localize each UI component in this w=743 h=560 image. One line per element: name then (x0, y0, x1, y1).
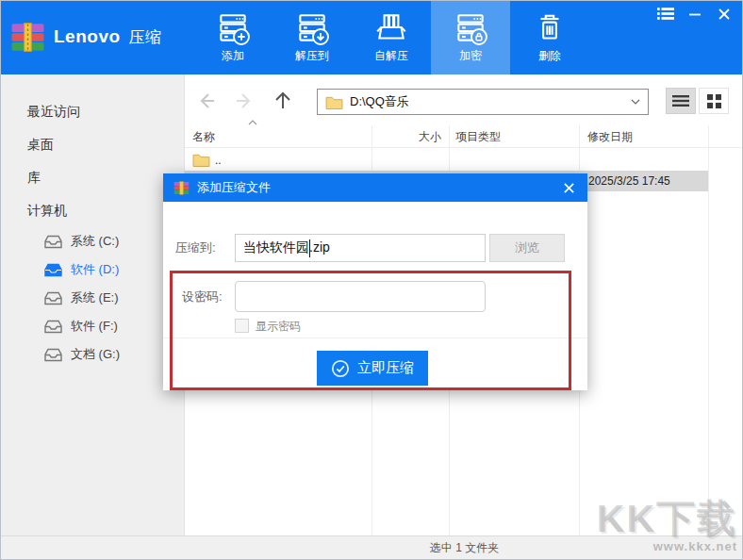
toolbar-sfx-label: 自解压 (374, 48, 408, 64)
encrypt-icon (453, 10, 488, 46)
check-circle-icon (331, 359, 350, 378)
drive-d-label: 软件 (D:) (71, 261, 119, 278)
show-password-label: 显示密码 (256, 319, 301, 334)
drive-icon (44, 348, 62, 362)
app-name: 压缩 (129, 28, 162, 46)
parent-folder-row[interactable]: .. (185, 150, 708, 171)
browse-button[interactable]: 浏览 (489, 234, 565, 262)
self-extract-icon (373, 10, 409, 46)
sidebar-computer-label: 计算机 (27, 203, 67, 218)
sidebar-drive-f[interactable]: 软件 (F:) (1, 312, 184, 340)
dialog-close-button[interactable] (560, 179, 577, 196)
app-title: Lenovo压缩 (54, 26, 162, 48)
sidebar-drive-c[interactable]: 系统 (C:) (1, 227, 184, 255)
compress-now-button[interactable]: 立即压缩 (317, 351, 428, 386)
extract-to-icon (294, 10, 330, 46)
sidebar-item-computer[interactable]: 计算机 (1, 194, 184, 227)
text-caret (309, 239, 310, 257)
back-button[interactable] (196, 90, 221, 112)
dialog-app-icon (173, 181, 190, 195)
add-archive-icon (215, 10, 251, 46)
folder-icon (325, 95, 343, 109)
toolbar-add-button[interactable]: 添加 (193, 1, 272, 74)
parent-folder-label: .. (215, 154, 222, 167)
dialog-title-bar: 添加压缩文件 (163, 173, 587, 202)
list-view-button[interactable] (666, 88, 696, 114)
drive-g-label: 文档 (G:) (71, 346, 120, 363)
drive-c-label: 系统 (C:) (71, 233, 119, 250)
status-bar: 选中 1 文件夹 (1, 535, 742, 560)
show-password-checkbox[interactable] (235, 319, 249, 333)
app-logo-icon (10, 23, 45, 52)
drive-icon-selected (44, 263, 62, 277)
sidebar-item-library[interactable]: 库 (1, 161, 184, 194)
toolbar-sfx-button[interactable]: 自解压 (352, 1, 431, 74)
set-password-label: 设密码: (182, 281, 223, 312)
trash-icon (532, 10, 568, 46)
compress-now-label: 立即压缩 (357, 359, 414, 377)
column-header-name[interactable]: 名称 (192, 125, 215, 148)
column-divider (708, 125, 709, 535)
sidebar-item-recent[interactable]: 最近访问 (1, 95, 184, 128)
column-header-modified[interactable]: 修改日期 (587, 125, 633, 148)
sidebar-library-label: 库 (27, 170, 41, 185)
sidebar-drive-e[interactable]: 系统 (E:) (1, 284, 184, 312)
address-bar[interactable] (317, 89, 649, 115)
drive-f-label: 软件 (F:) (71, 318, 118, 335)
grid-view-button[interactable] (699, 88, 729, 114)
sidebar-desktop-label: 桌面 (27, 137, 54, 152)
toolbar-delete-button[interactable]: 删除 (510, 1, 589, 74)
drive-icon (44, 320, 62, 334)
drive-e-label: 系统 (E:) (71, 289, 119, 306)
add-archive-dialog: 添加压缩文件 压缩到: 浏览 设密码: 显示密码 立即压缩 (163, 173, 587, 390)
toolbar-encrypt-label: 加密 (459, 48, 482, 64)
folder-icon (192, 153, 210, 167)
up-button[interactable] (272, 90, 296, 112)
sidebar: 最近访问 桌面 库 计算机 系统 (C:) 软件 (D:) 系统 (E:) (1, 74, 185, 535)
drive-icon (44, 235, 62, 249)
forward-button[interactable] (232, 90, 256, 112)
brand-name: Lenovo (54, 26, 121, 46)
app-window: Lenovo压缩 添加 (0, 0, 743, 560)
sort-ascending-icon (248, 120, 257, 125)
drive-icon (44, 291, 62, 305)
sidebar-drive-g[interactable]: 文档 (G:) (1, 340, 184, 369)
column-header-type[interactable]: 项目类型 (455, 125, 501, 148)
toolbar-delete-label: 删除 (538, 48, 561, 64)
password-input[interactable] (235, 281, 486, 312)
main-toolbar: 添加 解压到 自解压 (193, 1, 589, 74)
toolbar-extract-label: 解压到 (295, 48, 329, 64)
menu-icon[interactable] (657, 6, 674, 22)
sidebar-drive-d-selected[interactable]: 软件 (D:) (1, 255, 184, 284)
address-dropdown-chevron-icon[interactable] (631, 99, 640, 105)
sidebar-recent-label: 最近访问 (27, 104, 80, 119)
dialog-divider (163, 338, 587, 338)
grid-view-icon (707, 94, 721, 108)
selection-status: 选中 1 文件夹 (185, 536, 743, 560)
address-input[interactable] (350, 95, 631, 109)
column-headers: 名称 大小 项目类型 修改日期 (185, 125, 743, 148)
list-view-icon (672, 94, 689, 107)
toolbar-encrypt-button[interactable]: 加密 (431, 1, 510, 74)
toolbar-add-label: 添加 (222, 48, 244, 64)
archive-name-input[interactable] (235, 234, 486, 262)
close-button[interactable] (716, 6, 733, 22)
minimize-button[interactable] (686, 6, 703, 22)
dialog-title: 添加压缩文件 (197, 179, 271, 196)
title-bar: Lenovo压缩 添加 (1, 1, 742, 74)
modified-date-value: 2025/3/25 17:45 (588, 174, 670, 188)
sidebar-item-desktop[interactable]: 桌面 (1, 128, 184, 161)
toolbar-extract-button[interactable]: 解压到 (272, 1, 352, 74)
compress-to-label: 压缩到: (175, 234, 216, 262)
window-controls (657, 6, 733, 22)
